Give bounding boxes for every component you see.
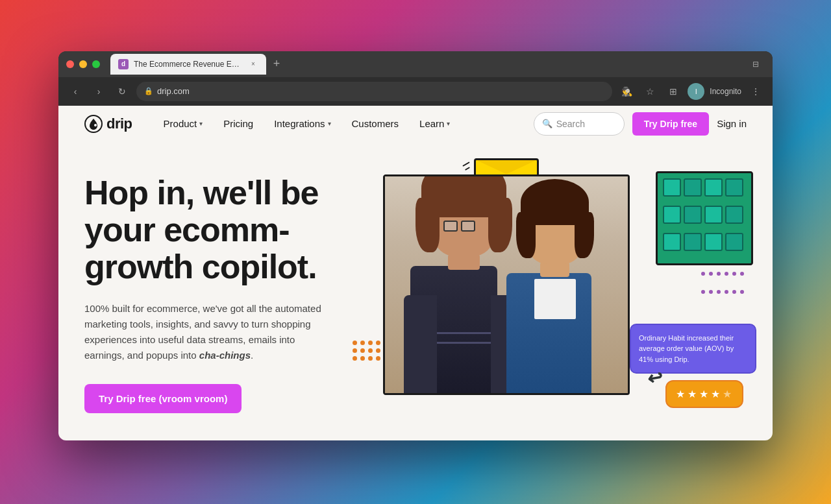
- search-icon: 🔍: [542, 119, 552, 128]
- nav-integrations-label: Integrations: [274, 118, 325, 129]
- profile-initial: I: [695, 88, 697, 95]
- tab-title: The Ecommerce Revenue Engi...: [134, 60, 243, 69]
- nav-item-product[interactable]: Product ▾: [153, 113, 214, 134]
- orange-dot-9: [353, 356, 357, 361]
- incognito-icon: 🕵️: [617, 82, 636, 101]
- orange-dot-3: [368, 341, 373, 345]
- hero-illustration: Teresa & Echo Hopkins Founders, Ordinary…: [370, 168, 747, 427]
- orange-dot-10: [360, 356, 365, 361]
- site-logo[interactable]: drip: [84, 115, 132, 133]
- dot-7: [701, 290, 705, 294]
- dot-2: [709, 272, 713, 276]
- nav-item-pricing[interactable]: Pricing: [213, 113, 264, 134]
- purple-dots-decoration: [698, 269, 750, 307]
- star-1: ★: [676, 388, 685, 400]
- dot-4: [725, 272, 728, 276]
- orange-dot-11: [368, 356, 373, 361]
- search-placeholder: Search: [556, 119, 585, 129]
- orange-dot-8: [376, 348, 380, 353]
- nav-item-integrations[interactable]: Integrations ▾: [264, 113, 341, 134]
- refresh-button[interactable]: ↻: [113, 82, 131, 101]
- puzzle-piece-1: [663, 178, 681, 197]
- close-traffic-light[interactable]: [66, 60, 74, 68]
- browser-tabs: d The Ecommerce Revenue Engi... × +: [105, 54, 741, 75]
- dot-11: [732, 290, 736, 294]
- person-left-neck: [448, 254, 480, 270]
- person-right-neck: [540, 262, 569, 277]
- bookmark-icon[interactable]: ☆: [641, 82, 659, 101]
- nav-item-learn[interactable]: Learn ▾: [409, 113, 460, 134]
- person-right-hair-side-r: [575, 212, 594, 258]
- orange-dot-5: [353, 348, 357, 353]
- tab-close-button[interactable]: ×: [248, 59, 258, 69]
- puzzle-piece-7: [704, 206, 723, 224]
- orange-dot-12: [376, 356, 380, 361]
- extensions-icon[interactable]: ⊞: [664, 82, 682, 101]
- hero-description: 100% built for ecommerce, we've got all …: [84, 301, 331, 363]
- browser-chrome: d The Ecommerce Revenue Engi... × + ⊟ ‹ …: [58, 51, 773, 106]
- hero-cta-button[interactable]: Try Drip free (vroom vroom): [84, 384, 242, 413]
- puzzle-piece-5: [663, 206, 681, 224]
- orange-dot-4: [376, 341, 380, 345]
- puzzle-piece-4: [725, 178, 743, 197]
- browser-toolbar: ‹ › ↻ 🔒 drip.com 🕵️ ☆ ⊞ I Incognito ⋮: [58, 77, 773, 106]
- dot-10: [725, 290, 728, 294]
- puzzle-piece-6: [684, 206, 702, 224]
- try-drip-button[interactable]: Try Drip free: [632, 112, 709, 136]
- sign-in-link[interactable]: Sign in: [717, 118, 747, 129]
- forward-button[interactable]: ›: [90, 82, 108, 101]
- address-bar[interactable]: 🔒 drip.com: [136, 82, 612, 101]
- tab-favicon: d: [118, 59, 129, 69]
- star-2: ★: [688, 388, 697, 400]
- menu-icon[interactable]: ⋮: [747, 82, 765, 101]
- puzzle-piece-11: [704, 233, 723, 251]
- motion-lines: [462, 163, 470, 169]
- nav-learn-label: Learn: [419, 118, 444, 129]
- window-collapse-icon[interactable]: ⊟: [747, 55, 765, 73]
- nav-items: Product ▾ Pricing Integrations ▾ Custome…: [153, 113, 534, 134]
- star-4: ★: [711, 388, 720, 400]
- nav-integrations-chevron: ▾: [328, 120, 331, 127]
- hero-left: Hop in, we'll be your ecomm-growth copil…: [84, 168, 357, 414]
- browser-tab-active[interactable]: d The Ecommerce Revenue Engi... ×: [110, 54, 266, 75]
- nav-customers-label: Customers: [352, 118, 399, 129]
- nav-pricing-label: Pricing: [223, 118, 253, 129]
- star-5: ★: [723, 388, 732, 400]
- svg-point-1: [94, 124, 97, 126]
- nav-product-label: Product: [164, 118, 197, 129]
- puzzle-decoration: [656, 171, 753, 265]
- person-right-hair-side-l: [516, 212, 536, 258]
- drip-logo-icon: [84, 115, 103, 133]
- hero-photo: [383, 174, 630, 395]
- orange-dot-1: [353, 341, 357, 345]
- logo-text: drip: [106, 115, 132, 132]
- minimize-traffic-light[interactable]: [79, 60, 87, 68]
- person-right: [494, 209, 615, 393]
- site-nav: drip Product ▾ Pricing Integrations ▾ Cu…: [58, 106, 773, 142]
- profile-avatar[interactable]: I: [688, 83, 704, 100]
- testimonial-bubble: Ordinary Habit increased their average o…: [630, 324, 756, 374]
- hero-desc-emphasis: cha-chings: [199, 350, 251, 361]
- nav-actions: 🔍 Search Try Drip free Sign in: [534, 112, 747, 136]
- puzzle-piece-3: [704, 178, 723, 197]
- new-tab-button[interactable]: +: [267, 55, 286, 73]
- dot-9: [717, 290, 721, 294]
- white-shirt: [534, 279, 576, 319]
- stars-bubble: ★ ★ ★ ★ ★: [665, 380, 743, 408]
- lock-icon: 🔒: [144, 87, 153, 95]
- search-box[interactable]: 🔍 Search: [534, 112, 625, 136]
- puzzle-piece-10: [684, 233, 702, 251]
- maximize-traffic-light[interactable]: [92, 60, 100, 68]
- nav-learn-chevron: ▾: [447, 120, 450, 127]
- dot-5: [732, 272, 736, 276]
- browser-window: d The Ecommerce Revenue Engi... × + ⊟ ‹ …: [58, 51, 773, 440]
- orange-dot-6: [360, 348, 365, 353]
- star-3: ★: [699, 388, 708, 400]
- photo-background: [385, 176, 628, 393]
- back-button[interactable]: ‹: [66, 82, 84, 101]
- dot-3: [717, 272, 721, 276]
- toolbar-actions: 🕵️ ☆ ⊞ I Incognito ⋮: [617, 82, 765, 101]
- dot-12: [740, 290, 744, 294]
- dot-1: [701, 272, 705, 276]
- nav-item-customers[interactable]: Customers: [341, 113, 410, 134]
